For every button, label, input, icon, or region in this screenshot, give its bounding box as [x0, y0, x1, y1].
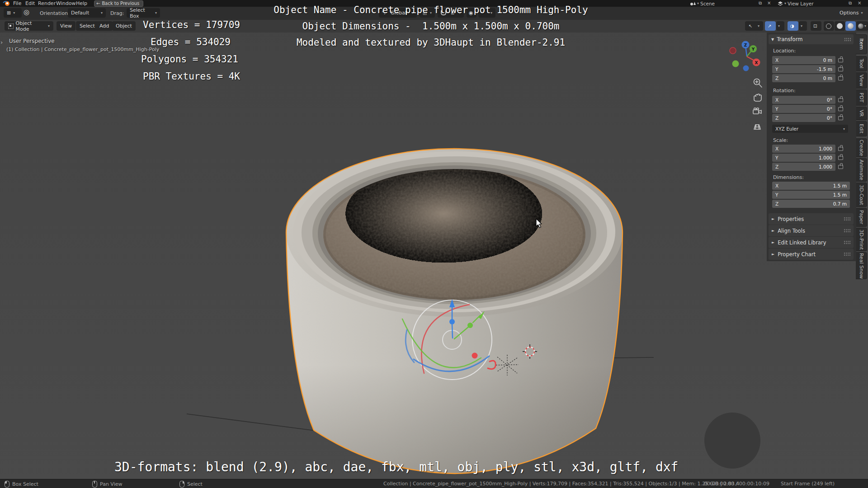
lock-icon[interactable] — [838, 156, 843, 160]
dimension-x-field[interactable]: X1.5 m — [772, 182, 850, 190]
zoom-button[interactable] — [754, 79, 762, 88]
properties-panel-header[interactable]: ►Properties — [769, 213, 854, 225]
rotation-z-field[interactable]: Z0° — [772, 114, 835, 122]
lock-icon[interactable] — [838, 67, 843, 71]
dimensions-label: Dimensions: — [773, 174, 804, 180]
align-tools-panel-header[interactable]: ►Align Tools — [769, 225, 854, 236]
location-label: Location: — [773, 48, 796, 54]
overlay-title-line-3: Modeled and textured by 3DHaupt in Blend… — [297, 37, 565, 48]
edit-linked-library-panel-header[interactable]: ►Edit Linked Library — [769, 237, 854, 248]
view-layer-selector[interactable]: ▾ View Layer — [778, 0, 814, 6]
lock-icon[interactable] — [838, 107, 843, 111]
back-to-previous-button[interactable]: ← Back to Previous — [94, 0, 143, 7]
scene-statistics: Collection | Concrete_pipe_flower_pot_15… — [383, 481, 739, 487]
panel-drag-dots[interactable] — [844, 38, 851, 42]
tab-view[interactable]: View — [856, 72, 867, 89]
shading-rendered-button[interactable]: ▾ — [856, 21, 868, 31]
scene-delete-icon[interactable]: × — [767, 0, 771, 5]
middle-mouse-icon — [92, 481, 97, 488]
view-menu[interactable]: View — [57, 21, 75, 31]
menu-file[interactable]: File — [13, 0, 21, 7]
overlay-title-line-1: Object Name - Concrete pipe flower pot 1… — [274, 5, 588, 15]
lock-icon[interactable] — [838, 98, 843, 102]
shading-solid-button[interactable] — [835, 21, 845, 31]
lock-icon[interactable] — [838, 116, 843, 120]
location-y-field[interactable]: Y-1.5 m — [772, 65, 835, 73]
toggle-ortho-button[interactable] — [754, 125, 760, 129]
view-perspective-label: User Perspective — [9, 38, 55, 44]
tab-vr[interactable]: VR — [856, 107, 867, 120]
object-menu[interactable]: Object — [112, 21, 136, 31]
tab-tool[interactable]: Tool — [856, 56, 867, 71]
options-dropdown[interactable]: Options▾ — [836, 8, 864, 18]
lock-icon[interactable] — [838, 165, 843, 169]
tab-create[interactable]: Create — [856, 138, 867, 157]
scene-new-icon[interactable]: ⧉ — [759, 0, 762, 6]
tab-animate[interactable]: Animate — [856, 158, 867, 182]
location-x-field[interactable]: X0 m — [772, 56, 835, 64]
tab-3d-print[interactable]: 3D-Print — [856, 228, 867, 251]
overlays-dropdown[interactable]: ▾ — [799, 21, 807, 31]
scale-x-field[interactable]: X1.000 — [772, 145, 835, 153]
view-layer-new-icon[interactable]: ⧉ — [849, 0, 852, 6]
tab-item[interactable]: Item — [856, 34, 867, 54]
mode-dropdown[interactable]: Object Mode▾ — [5, 21, 53, 31]
property-chart-panel-header[interactable]: ►Property Chart — [769, 249, 854, 260]
rotation-mode-dropdown[interactable]: XYZ Euler▾ — [772, 125, 848, 133]
material-sphere-icon — [848, 23, 854, 29]
navigation-axis-gizmo[interactable]: Z Y X — [730, 41, 760, 71]
scale-label: Scale: — [773, 137, 788, 143]
show-overlays-toggle[interactable]: ◑ — [788, 21, 798, 31]
active-tool-icon[interactable]: ◎ — [24, 8, 29, 16]
axis-neg-z-ball — [743, 66, 749, 71]
editor-type-button[interactable]: ⊞▾ — [4, 8, 22, 18]
scale-y-field[interactable]: Y1.000 — [772, 154, 835, 162]
camera-view-button[interactable] — [753, 108, 761, 114]
rotation-x-field[interactable]: X0° — [772, 96, 835, 104]
tab-real-snow[interactable]: Real Snow — [856, 252, 867, 279]
show-gizmo-toggle[interactable]: ↗ — [765, 21, 776, 31]
view-layer-delete-icon[interactable]: × — [858, 0, 861, 5]
lock-icon[interactable] — [838, 147, 843, 151]
menu-render[interactable]: Render — [38, 0, 56, 7]
left-mouse-icon — [5, 481, 9, 488]
add-menu[interactable]: Add — [96, 21, 113, 31]
menu-window[interactable]: Window — [56, 0, 75, 7]
menu-help[interactable]: Help — [76, 0, 87, 7]
tab-paper[interactable]: Paper — [856, 208, 867, 227]
gizmo-dropdown[interactable]: ▾ — [776, 21, 784, 31]
flower-pot-object[interactable] — [286, 149, 623, 474]
stat-textures: PBR Textures = 4K — [143, 71, 240, 82]
pan-hand-button[interactable] — [754, 94, 761, 101]
lock-icon[interactable] — [838, 76, 843, 80]
menu-edit[interactable]: Edit — [25, 0, 35, 7]
tab-pdt[interactable]: PDT — [856, 89, 867, 106]
select-menu[interactable]: Select — [76, 21, 99, 31]
editor-type-icon: ⊞ — [7, 10, 11, 16]
blender-logo-icon[interactable] — [3, 0, 11, 6]
xray-toggle[interactable]: ⊡ — [811, 21, 821, 31]
formats-overlay: 3D-formats: blend (2.9), abc, dae, fbx, … — [114, 460, 678, 474]
tab-3d-coat[interactable]: 3D-Coat — [856, 183, 867, 207]
solid-sphere-icon — [837, 23, 843, 29]
shading-material-button[interactable] — [845, 21, 856, 31]
stat-polygons: Polygons = 354321 — [141, 54, 238, 65]
shading-wireframe-button[interactable] — [824, 21, 834, 31]
dimension-y-field[interactable]: Y1.5 m — [772, 191, 850, 199]
dimension-z-field[interactable]: Z0.7 m — [772, 200, 850, 208]
orientation-dropdown[interactable]: Default▾ — [68, 8, 106, 18]
rotation-y-field[interactable]: Y0° — [772, 105, 835, 113]
tab-edit[interactable]: Edit — [856, 121, 867, 136]
visibility-dropdown[interactable]: ↖▾ — [745, 21, 763, 31]
view-layer-icon — [778, 1, 783, 6]
orientation-label: Orientation: — [40, 10, 70, 16]
toolbar-expand-chevron[interactable]: › — [0, 39, 3, 46]
location-z-field[interactable]: Z0 m — [772, 74, 835, 82]
viewport-canvas[interactable]: Z Y X — [0, 0, 868, 488]
scene-icon — [690, 1, 696, 6]
lock-icon[interactable] — [838, 58, 843, 62]
scale-z-field[interactable]: Z1.000 — [772, 163, 835, 171]
drag-dropdown[interactable]: Select Box▾ — [127, 8, 160, 18]
scene-selector[interactable]: ▾ Scene — [690, 0, 715, 6]
transform-panel-header[interactable]: ▼ Transform — [769, 34, 854, 44]
